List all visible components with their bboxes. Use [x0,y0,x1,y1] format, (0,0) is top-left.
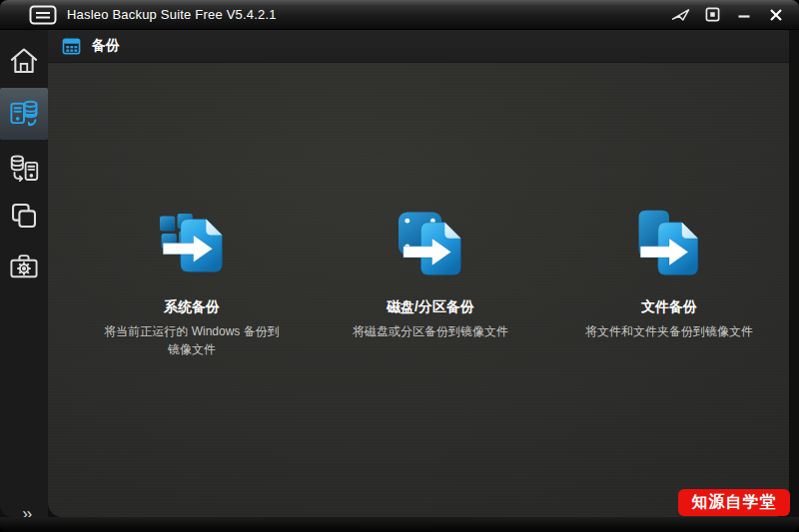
home-icon [9,46,39,76]
sidebar-item-tools[interactable] [0,243,48,290]
backup-option-description: 将文件和文件夹备份到镜像文件 [563,322,775,340]
minimize-button[interactable] [731,4,757,26]
clone-icon [9,201,39,231]
backup-option-description: 将磁盘或分区备份到镜像文件 [325,322,536,340]
window-title: Hasleo Backup Suite Free V5.4.2.1 [67,7,277,22]
close-icon [769,8,783,22]
sidebar-item-home[interactable] [0,40,48,82]
main-panel: 备份 [48,30,789,517]
backup-option-disk-partition[interactable]: 磁盘/分区备份 将磁盘或分区备份到镜像文件 [311,202,550,340]
sidebar-item-clone[interactable] [0,193,48,239]
restore-window-icon [705,7,720,22]
app-logo-icon [29,5,57,25]
close-button[interactable] [763,4,789,26]
feedback-button[interactable] [667,4,693,26]
system-backup-icon [152,202,232,281]
backup-icon [8,98,40,130]
backup-option-title: 系统备份 [72,298,312,316]
backup-option-system[interactable]: 系统备份 将当前正运行的 Windows 备份到 镜像文件 [72,202,312,358]
window-bottom-edge [0,517,799,532]
backup-option-title: 磁盘/分区备份 [311,298,550,316]
window-controls [667,4,789,26]
backup-option-description: 将当前正运行的 Windows 备份到 镜像文件 [86,322,298,358]
sidebar-item-restore[interactable] [0,146,48,192]
app-window: Hasleo Backup Suite Free V5.4.2.1 [0,0,799,532]
toolbox-icon [8,251,40,282]
minimize-icon [737,8,751,22]
panel-header: 备份 [48,30,789,63]
feedback-icon [671,7,690,22]
backup-option-title: 文件备份 [549,298,789,316]
backup-grid-icon [62,38,81,55]
page-title: 备份 [92,37,120,55]
watermark-badge: 知源自学堂 [678,489,790,516]
restore-window-button[interactable] [699,4,725,26]
sidebar: » [0,30,48,517]
disk-backup-icon [391,202,470,281]
file-backup-icon [629,202,709,281]
restore-icon [9,154,40,185]
backup-option-file[interactable]: 文件备份 将文件和文件夹备份到镜像文件 [549,202,789,340]
sidebar-item-backup[interactable] [0,88,48,140]
titlebar[interactable]: Hasleo Backup Suite Free V5.4.2.1 [0,0,799,30]
